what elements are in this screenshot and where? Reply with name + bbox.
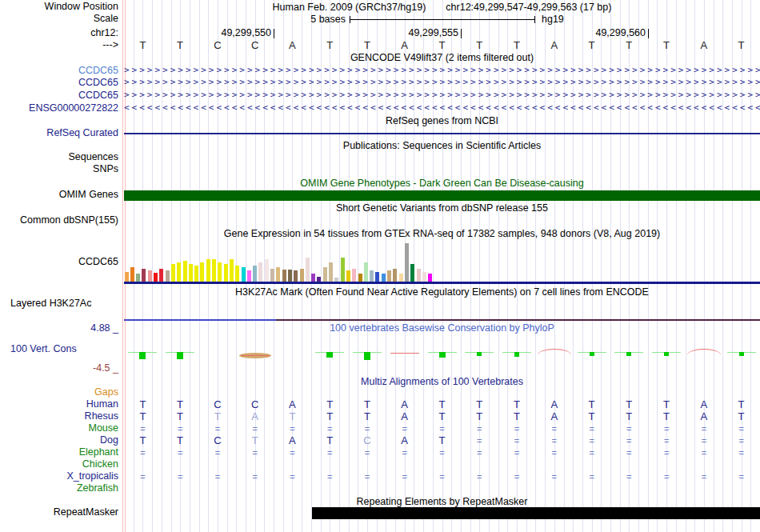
track-label-refseq-curated[interactable]: RefSeq Curated (0, 128, 118, 138)
gtex-bar (270, 269, 274, 282)
gtex-bar (276, 267, 280, 282)
multiz-cell-rhesus: T (133, 411, 152, 422)
gtex-bar (142, 269, 146, 282)
track-title-multiz[interactable]: Multiz Alignments of 100 Vertebrates (124, 377, 760, 387)
multiz-label-mouse[interactable]: Mouse (0, 423, 118, 434)
multiz-cell-rhesus: A (694, 411, 714, 422)
assembly-info: Human Feb. 2009 (GRCh37/hg19) (273, 2, 426, 13)
multiz-cell-elephant: = (732, 448, 751, 458)
gtex-bar (242, 267, 246, 282)
base-letter: C (246, 40, 265, 50)
multiz-cell-rhesus: A (545, 411, 564, 422)
track-label-gtex-ccdc65[interactable]: CCDC65 (0, 257, 118, 267)
gtex-bar (206, 259, 210, 282)
multiz-cell-elephant: = (619, 448, 638, 458)
track-title-repeatmasker[interactable]: Repeating Elements by RepeatMasker (124, 497, 760, 507)
multiz-cell-mouse: = (470, 424, 489, 434)
multiz-label-chicken[interactable]: Chicken (0, 459, 118, 470)
coordinate-tick (274, 29, 274, 38)
gene-label-ccdc65-1[interactable]: CCDC65 (0, 66, 118, 76)
multiz-cell-dog: = (582, 436, 602, 446)
multiz-cell-x_tropicalis: = (208, 472, 227, 482)
multiz-cell-elephant: = (358, 448, 377, 458)
gtex-bar (294, 270, 298, 282)
base-letter: T (732, 40, 751, 50)
track-label-layered-h3k27ac[interactable]: Layered H3K27Ac (0, 298, 118, 309)
track-title-gencode[interactable]: GENCODE V49lift37 (2 items filtered out) (124, 53, 760, 63)
coordinate-tick (648, 29, 649, 38)
multiz-cell-mouse: = (582, 424, 602, 434)
multiz-cell-elephant: = (582, 448, 602, 458)
gtex-bar (323, 267, 327, 282)
multiz-cell-x_tropicalis: = (507, 472, 526, 482)
multiz-cell-mouse: = (545, 424, 564, 434)
track-label-omim-genes[interactable]: OMIM Genes (0, 190, 118, 200)
multiz-cell-elephant: = (545, 448, 564, 458)
gene-label-ccdc65-3[interactable]: CCDC65 (0, 90, 118, 101)
gene-label-ensg00000272822[interactable]: ENSG00000272822 (0, 103, 118, 114)
coordinate-label: 49,299,550 (183, 28, 271, 38)
omim-gene-bar[interactable] (124, 190, 760, 201)
multiz-cell-human: A (545, 399, 564, 410)
base-letter: C (208, 40, 227, 50)
gene-strand-arrows-2[interactable]: >>>>>>>>>>>>>>>>>>>>>>>>>>>>>>>>>>>>>>>>… (124, 78, 760, 87)
gtex-bar (399, 274, 403, 282)
gtex-bar (341, 258, 345, 282)
multiz-cell-dog: = (694, 436, 714, 446)
gtex-bar (311, 274, 315, 282)
refseq-curated-line[interactable] (124, 133, 760, 134)
base-letter: T (170, 40, 190, 50)
multiz-cell-elephant: = (282, 448, 302, 458)
h3k27ac-segment (276, 319, 760, 321)
multiz-label-rhesus[interactable]: Rhesus (0, 411, 118, 422)
gene-strand-arrows-1[interactable]: >>>>>>>>>>>>>>>>>>>>>>>>>>>>>>>>>>>>>>>>… (124, 66, 760, 75)
track-label-snps[interactable]: SNPs (0, 164, 118, 174)
conservation-positive-box (477, 352, 482, 356)
multiz-label-zebrafish[interactable]: Zebrafish (0, 483, 118, 494)
multiz-cell-human: T (170, 399, 190, 410)
multiz-cell-rhesus: T (732, 411, 751, 422)
track-title-h3k27ac[interactable]: H3K27Ac Mark (Often Found Near Active Re… (124, 287, 760, 298)
multiz-cell-dog: = (470, 436, 489, 446)
track-label-sequences[interactable]: Sequences (0, 152, 118, 162)
track-title-dbsnp[interactable]: Short Genetic Variants from dbSNP releas… (124, 203, 760, 214)
multiz-cell-human: T (433, 399, 452, 410)
conservation-positive-box (139, 352, 146, 359)
multiz-label-gaps[interactable]: Gaps (0, 387, 118, 398)
strand-direction-label: ---> (0, 40, 118, 50)
multiz-cell-elephant: = (507, 448, 526, 458)
multiz-label-dog[interactable]: Dog (0, 435, 118, 446)
multiz-cell-dog: T (433, 435, 452, 446)
multiz-cell-mouse: = (320, 424, 339, 434)
multiz-cell-dog: = (545, 436, 564, 446)
gtex-bar (375, 272, 379, 282)
gtex-bar (235, 266, 239, 282)
window-position-value: Human Feb. 2009 (GRCh37/hg19) chr12:49,2… (124, 2, 760, 13)
track-label-100-vert-cons[interactable]: 100 Vert. Cons (0, 344, 118, 354)
multiz-label-human[interactable]: Human (0, 399, 118, 410)
gene-label-ccdc65-2[interactable]: CCDC65 (0, 78, 118, 88)
gtex-bar (253, 266, 257, 282)
conservation-positive-box (590, 352, 594, 356)
gene-strand-arrows-3[interactable]: >>>>>>>>>>>>>>>>>>>>>>>>>>>>>>>>>>>>>>>>… (124, 90, 760, 100)
track-title-gtex[interactable]: Gene Expression in 54 tissues from GTEx … (124, 229, 760, 239)
multiz-cell-x_tropicalis: = (470, 472, 489, 482)
track-title-phylop[interactable]: 100 vertebrates Basewise Conservation by… (124, 323, 760, 334)
track-title-omim[interactable]: OMIM Gene Phenotypes - Dark Green Can Be… (124, 178, 760, 189)
gtex-bar (382, 274, 386, 282)
multiz-label-x_tropicalis[interactable]: X_tropicalis (0, 471, 118, 482)
gtex-bar (329, 262, 333, 282)
gtex-bar (166, 270, 170, 282)
gene-strand-arrows-4[interactable]: <<<<<<<<<<<<<<<<<<<<<<<<<<<<<<<<<<<<<<<<… (124, 103, 760, 113)
gtex-bar (288, 270, 292, 282)
multiz-cell-elephant: = (395, 448, 414, 458)
multiz-cell-human: T (133, 399, 152, 410)
gtex-bar (136, 274, 140, 282)
track-label-common-dbsnp[interactable]: Common dbSNP(155) (0, 215, 118, 226)
track-label-repeatmasker[interactable]: RepeatMasker (0, 507, 118, 518)
track-title-refseq[interactable]: RefSeq genes from NCBI (124, 116, 760, 126)
coordinate-label: 49,299,555 (370, 28, 458, 38)
track-title-publications[interactable]: Publications: Sequences in Scientific Ar… (124, 141, 760, 151)
multiz-cell-mouse: = (282, 424, 302, 434)
multiz-label-elephant[interactable]: Elephant (0, 447, 118, 458)
